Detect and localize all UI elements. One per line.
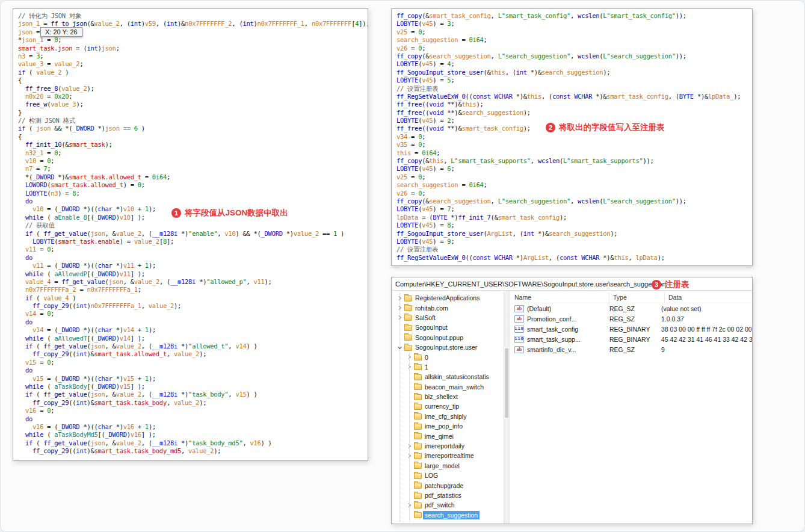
chevron-placeholder	[395, 333, 404, 342]
tree-item-SogouInput.ppup[interactable]: SogouInput.ppup	[392, 333, 504, 342]
code-line: while ( aTaskBodyMd5[(_DWORD)v16] );	[18, 431, 363, 439]
registry-value-row[interactable]: abPromotion_conf...REG_SZ1.0.0.37	[514, 314, 752, 324]
registry-value-row[interactable]: 110smart_task_supp...REG_BINARY45 42 42 …	[514, 334, 752, 344]
chevron-placeholder	[405, 491, 413, 500]
code-line: LOBYTE(smart_task.enable) = value_2[8];	[18, 238, 363, 246]
tree-scrollbar[interactable]	[504, 291, 510, 524]
tree-item-ime_qimei[interactable]: ime_qimei	[392, 431, 504, 441]
code-line: ff_copy_29((int)&smart_task.allowed_t, v…	[18, 350, 363, 358]
tree-item-label: biz_shellext	[423, 392, 460, 401]
code-line: do	[18, 254, 363, 262]
tree-item-LOG[interactable]: LOG	[392, 471, 504, 480]
tree-item-RegisteredApplications[interactable]: RegisteredApplications	[392, 293, 504, 303]
annotation-3-badge-icon: 3	[652, 280, 661, 289]
code-line: LOBYTE(v45) = 9;	[396, 238, 747, 246]
tree-item-pdf_statistics[interactable]: pdf_statistics	[392, 490, 504, 500]
tree-item-1[interactable]: 1	[392, 362, 504, 372]
tree-item-imereportdaily[interactable]: imereportdaily	[392, 441, 504, 451]
tree-item-currency_tip[interactable]: currency_tip	[392, 401, 504, 411]
folder-icon	[414, 463, 422, 469]
chevron-right-icon[interactable]	[405, 442, 413, 450]
registry-address-bar[interactable]: Computer\HKEY_CURRENT_USER\SOFTWARE\Sogo…	[392, 277, 752, 291]
tree-item-label: beacon_main_switch	[423, 383, 486, 391]
registry-value-row[interactable]: ab(Default)REG_SZ(value not set)	[514, 303, 752, 314]
value-name: smart_task_config	[527, 326, 578, 333]
tree-item-imereportrealtime[interactable]: imereportrealtime	[392, 451, 504, 460]
tree-item-patchupgrade[interactable]: patchupgrade	[392, 480, 504, 490]
tree-item-beacon_main_switch[interactable]: beacon_main_switch	[392, 382, 504, 392]
folder-icon	[414, 483, 422, 489]
code-line: ff_copy(&search_suggestion, L"search_sug…	[396, 52, 747, 60]
code-line: n32_1 = 0;	[18, 149, 363, 157]
pseudocode-registry-write: ff_copy(&smart_task_config, L"smart_task…	[392, 9, 752, 265]
chevron-right-icon[interactable]	[405, 363, 413, 371]
folder-icon	[414, 374, 422, 380]
chevron-right-icon[interactable]	[395, 294, 404, 302]
code-line: ff_free((void **)&search_suggestion);	[396, 109, 747, 117]
column-header-type[interactable]: Type	[613, 292, 665, 303]
code-line: v34 = 0;	[396, 133, 747, 141]
value-name: smart_task_supp...	[527, 336, 581, 343]
code-line: do	[18, 197, 363, 205]
chevron-down-icon[interactable]	[395, 343, 404, 351]
page-canvas: // 转化为 JSON 对象json_1 = ff_to_json(&value…	[0, 0, 805, 532]
code-line: v25 = 0;	[396, 28, 747, 36]
chevron-right-icon[interactable]	[395, 314, 404, 322]
chevron-right-icon[interactable]	[405, 451, 413, 460]
tree-item-ime_cfg_shiply[interactable]: ime_cfg_shiply	[392, 412, 504, 421]
tree-item-SalSoft[interactable]: SalSoft	[392, 313, 504, 323]
code-line: search_suggestion = 0i64;	[396, 36, 747, 44]
tree-item-rohitab.com[interactable]: rohitab.com	[392, 303, 504, 312]
tree-item-0[interactable]: 0	[392, 352, 504, 362]
code-line: ff_SogouInput_store_user(ArgList, (int *…	[396, 230, 747, 238]
registry-body: RegisteredApplicationsrohitab.comSalSoft…	[392, 291, 752, 524]
chevron-right-icon[interactable]	[405, 501, 413, 509]
value-list-header: Name Type Data	[514, 292, 752, 303]
tree-item-ime_pop_info[interactable]: ime_pop_info	[392, 421, 504, 431]
folder-icon	[414, 493, 422, 499]
tree-item-SogouInput[interactable]: SogouInput	[392, 323, 504, 332]
registry-value-row[interactable]: 110smart_task_configREG_BINARY38 03 00 0…	[514, 324, 752, 334]
chevron-right-icon[interactable]	[405, 353, 413, 362]
code-line: if ( json && *(_DWORD *)json == 6 )	[18, 125, 363, 132]
code-line: n7 = 7;	[18, 165, 363, 173]
code-line: if ( ff_get_value(json, &value_2, (__m12…	[18, 342, 363, 350]
column-header-data[interactable]: Data	[668, 292, 748, 303]
code-line: v11 = 0;	[18, 246, 363, 253]
pseudocode-json-extract: // 转化为 JSON 对象json_1 = ff_to_json(&value…	[13, 9, 368, 458]
tree-item-allskin_statusiconstatis[interactable]: allskin_statusiconstatis	[392, 372, 504, 382]
value-data: (value not set)	[661, 305, 752, 312]
code-line: if ( value_4 )	[18, 294, 363, 302]
code-line: LOBYTE(v45) = 4;	[396, 60, 747, 68]
folder-icon	[414, 384, 422, 390]
code-line: ff_init_10(&smart_task);	[18, 141, 363, 149]
tree-item-large_model[interactable]: large_model	[392, 461, 504, 471]
reg-string-icon: ab	[514, 346, 524, 353]
tree-item-search_suggestion[interactable]: search_suggestion	[392, 510, 504, 520]
tree-scrollbar-thumb[interactable]	[505, 348, 508, 418]
tree-item-SogouInput.store.user[interactable]: SogouInput.store.user	[392, 342, 504, 352]
tree-item-pdf_switch[interactable]: pdf_switch	[392, 500, 504, 510]
column-header-name[interactable]: Name	[514, 292, 609, 303]
annotation-1-badge-icon: 1	[171, 208, 181, 218]
code-line: do	[18, 318, 363, 326]
folder-icon	[404, 315, 412, 321]
code-line: // 设置注册表	[396, 85, 747, 93]
code-line: if ( ff_get_value(json, &value_2, (__m12…	[18, 391, 363, 398]
chevron-right-icon[interactable]	[395, 304, 404, 312]
code-line: while ( aAllowedT[(_DWORD)v14] );	[18, 335, 363, 342]
tree-item-biz_shellext[interactable]: biz_shellext	[392, 392, 504, 401]
code-line: search_suggestion = 0i64;	[396, 181, 747, 189]
value-data: 1.0.0.37	[661, 315, 752, 323]
registry-value-row[interactable]: absmartinfo_dic_v...REG_SZ9	[514, 344, 752, 354]
chevron-placeholder	[405, 471, 413, 480]
code-line: v14 = 0;	[18, 310, 363, 318]
tree-item-label: pdf_statistics	[423, 491, 463, 500]
value-data: 38 03 00 00 ff ff ff 7f 2c 00 02 00 02 0…	[661, 326, 752, 333]
folder-icon	[414, 424, 422, 430]
tree-item-label: imereportdaily	[423, 442, 466, 450]
code-line: ff_copy_29((int)&smart_task.task_body, v…	[18, 399, 363, 407]
code-line: v16 = 0;	[18, 407, 363, 415]
value-name: (Default)	[527, 305, 551, 312]
annotation-1: 1 将字段值从JSON数据中取出	[171, 208, 288, 218]
